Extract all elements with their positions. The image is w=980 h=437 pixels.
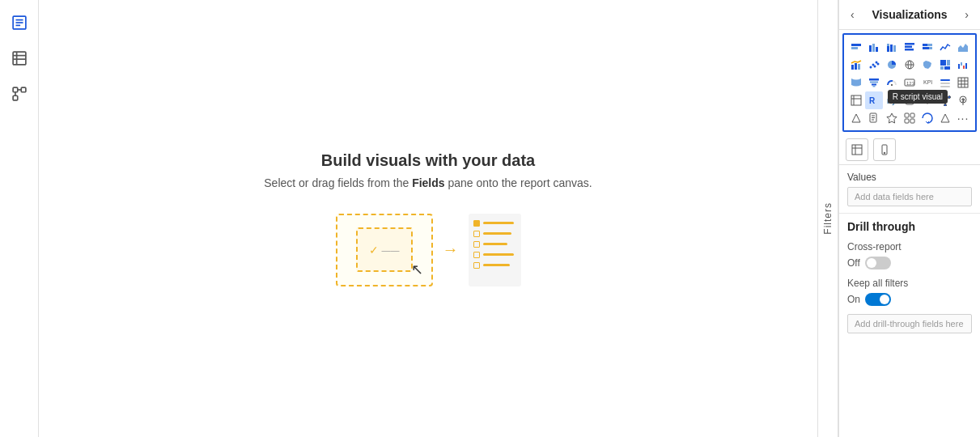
- svg-point-35: [874, 66, 876, 68]
- viz-waterfall-icon[interactable]: [954, 56, 972, 74]
- phone-view-sub-icon[interactable]: [873, 138, 896, 161]
- data-view-icon[interactable]: [5, 44, 34, 73]
- svg-marker-94: [941, 114, 949, 122]
- viz-line-col-icon[interactable]: [847, 56, 865, 74]
- svg-text:KPI: KPI: [923, 79, 932, 85]
- report-view-icon[interactable]: [5, 8, 34, 37]
- svg-rect-51: [870, 82, 878, 83]
- viz-funnel-icon[interactable]: [865, 74, 883, 91]
- illus-row-4: [473, 252, 516, 258]
- model-view-icon[interactable]: [5, 79, 34, 108]
- svg-rect-4: [13, 52, 26, 65]
- viz-pie-icon[interactable]: [883, 56, 901, 74]
- svg-rect-22: [905, 43, 914, 45]
- table-view-sub-icon[interactable]: [846, 138, 868, 161]
- svg-rect-32: [858, 64, 860, 70]
- illus-cb-5: [473, 262, 480, 269]
- viz-custom4-icon[interactable]: [883, 109, 901, 127]
- viz-r-script-icon[interactable]: R R script visual: [865, 91, 883, 109]
- illus-line-1: [483, 222, 514, 224]
- values-field-box[interactable]: Add data fields here: [847, 187, 972, 206]
- viz-treemap-icon[interactable]: [936, 56, 954, 74]
- keep-filters-toggle[interactable]: [865, 293, 891, 306]
- svg-rect-21: [893, 45, 896, 52]
- svg-rect-93: [910, 119, 914, 123]
- filters-bar[interactable]: Filters: [817, 0, 838, 437]
- viz-more-icon[interactable]: ···: [954, 109, 972, 127]
- cross-report-off-label: Off: [847, 257, 860, 269]
- viz-slicer-icon[interactable]: [936, 74, 954, 91]
- viz-python-icon[interactable]: Py: [883, 91, 901, 109]
- viz-custom7-icon[interactable]: [936, 109, 954, 127]
- svg-rect-50: [869, 78, 879, 81]
- viz-nav-prev[interactable]: ‹: [847, 6, 858, 23]
- svg-rect-47: [961, 62, 962, 66]
- illus-arrow: →: [443, 240, 459, 259]
- viz-gauge-icon[interactable]: [883, 74, 901, 91]
- viz-custom5-icon[interactable]: [901, 109, 918, 127]
- svg-rect-92: [905, 119, 909, 123]
- viz-qa-icon[interactable]: ?: [954, 91, 972, 109]
- keep-filters-on-label: On: [847, 294, 860, 305]
- svg-rect-17: [876, 47, 878, 52]
- viz-stacked-bar-icon[interactable]: [847, 38, 865, 56]
- viz-custom3-icon[interactable]: [847, 109, 865, 127]
- viz-icons-grid: 123 KPI R R script visual Py: [842, 33, 977, 132]
- illus-cb-2: [473, 231, 480, 237]
- svg-point-54: [891, 84, 893, 86]
- viz-panel-title: Visualizations: [872, 8, 947, 21]
- viz-filled-map-icon[interactable]: [918, 56, 936, 74]
- svg-rect-24: [905, 49, 914, 51]
- viz-scatter-icon[interactable]: [865, 56, 883, 74]
- viz-custom6-icon[interactable]: [918, 109, 936, 127]
- viz-100-bar-icon[interactable]: [918, 38, 936, 56]
- illus-inner-card: ✓ ——: [356, 227, 413, 272]
- svg-point-33: [870, 66, 872, 69]
- viz-table-icon[interactable]: [954, 74, 972, 91]
- illus-line-2: [483, 232, 511, 235]
- canvas-title: Build visuals with your data: [321, 151, 536, 170]
- svg-text:Py: Py: [887, 97, 896, 105]
- values-label: Values: [847, 172, 972, 183]
- viz-card-icon[interactable]: 123: [901, 74, 918, 91]
- illus-line-short: ——: [382, 245, 400, 255]
- viz-line-chart-icon[interactable]: [936, 38, 954, 56]
- illus-cursor: ↖: [411, 261, 423, 278]
- illus-cb-3: [473, 241, 480, 248]
- keep-filters-label: Keep all filters: [847, 278, 972, 289]
- viz-kpi-icon[interactable]: KPI: [918, 74, 936, 91]
- values-section: Values Add data fields here: [839, 165, 980, 214]
- cross-report-toggle[interactable]: [865, 257, 891, 269]
- illus-row-5: [473, 262, 516, 269]
- viz-stacked-col-icon[interactable]: [883, 38, 901, 56]
- viz-ribbon-icon[interactable]: [847, 74, 865, 91]
- drill-field-box[interactable]: Add drill-through fields here: [847, 314, 972, 333]
- svg-rect-91: [910, 113, 914, 117]
- svg-rect-16: [872, 44, 875, 52]
- illus-left-card: ✓ —— ↖: [336, 214, 433, 286]
- viz-decomp-icon[interactable]: [936, 91, 954, 109]
- svg-rect-60: [940, 86, 950, 87]
- viz-map-icon[interactable]: [901, 56, 918, 74]
- svg-rect-23: [905, 46, 912, 49]
- viz-header: ‹ Visualizations ›: [839, 0, 980, 30]
- viz-bar-chart-icon[interactable]: [901, 38, 918, 56]
- svg-rect-48: [963, 66, 965, 69]
- svg-rect-66: [851, 95, 861, 105]
- viz-clustered-col-icon[interactable]: [865, 38, 883, 56]
- svg-rect-58: [940, 79, 950, 81]
- keep-filters-knob: [880, 295, 889, 304]
- viz-paginated-icon[interactable]: [865, 109, 883, 127]
- viz-sub-icons: [839, 135, 980, 165]
- svg-rect-26: [927, 44, 932, 46]
- viz-custom1-icon[interactable]: [901, 91, 918, 109]
- illus-row-2: [473, 231, 516, 237]
- viz-nav-next[interactable]: ›: [961, 6, 972, 23]
- viz-area-chart-icon[interactable]: [954, 38, 972, 56]
- viz-matrix-icon[interactable]: [847, 91, 865, 109]
- cross-report-knob: [867, 258, 876, 268]
- viz-custom2-icon[interactable]: [918, 91, 936, 109]
- keep-filters-toggle-row: On: [847, 293, 972, 306]
- illus-line-4: [483, 253, 514, 256]
- drill-through-title: Drill through: [847, 220, 972, 233]
